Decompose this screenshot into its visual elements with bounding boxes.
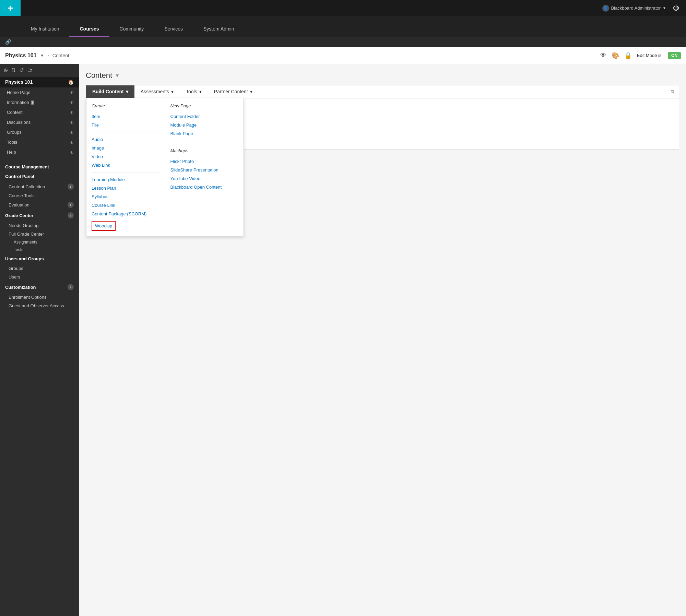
course-bar-right: 👁 🎨 🔒 Edit Mode is: ON	[600, 52, 681, 59]
sidebar-item-label: Needs Grading	[9, 223, 38, 228]
sidebar-control-panel-label: Control Panel	[5, 174, 34, 179]
dropdown-item-content-package[interactable]: Content Package (SCORM)	[92, 210, 160, 218]
sidebar-add-button[interactable]: ⊕	[3, 67, 8, 73]
link-icon-bar: 🔗	[0, 37, 686, 47]
sidebar-control-panel-header[interactable]: Control Panel	[0, 171, 79, 182]
course-bar: Physics 101 ▼ › Content 👁 🎨 🔒 Edit Mode …	[0, 47, 686, 64]
palette-icon[interactable]: 🎨	[612, 52, 619, 59]
sidebar-item-help[interactable]: Help ◐	[0, 147, 79, 157]
dropdown-item-lesson-plan[interactable]: Lesson Plan	[92, 184, 160, 192]
dropdown-item-content-folder[interactable]: Content Folder	[170, 112, 239, 121]
build-content-button[interactable]: Build Content ▾	[86, 85, 134, 98]
edit-mode-label: Edit Mode is:	[637, 53, 663, 58]
assessments-arrow-icon: ▾	[171, 89, 174, 94]
sidebar-item-label: Full Grade Center	[9, 232, 44, 237]
dropdown-mashups-header: Mashups	[170, 148, 239, 154]
sort-button[interactable]: ⇅	[666, 85, 679, 98]
dropdown-item-audio[interactable]: Audio	[92, 135, 160, 144]
sidebar-item-chevron: ◐	[70, 110, 74, 115]
tools-button[interactable]: Tools ▾	[180, 85, 208, 98]
sidebar-item-groups[interactable]: Groups ◐	[0, 127, 79, 137]
nav-community[interactable]: Community	[109, 26, 154, 37]
nav-services[interactable]: Services	[154, 26, 193, 37]
sidebar-item-tests[interactable]: Tests	[0, 246, 79, 253]
nav-my-institution[interactable]: My Institution	[21, 26, 69, 37]
dropdown-divider	[92, 132, 160, 132]
build-content-label: Build Content	[92, 89, 124, 94]
sidebar-home-icon: 🏠	[68, 79, 74, 85]
course-dropdown-button[interactable]: ▼	[40, 53, 44, 58]
sidebar-item-course-tools[interactable]: Course Tools	[0, 191, 79, 200]
sidebar-item-guest-observer[interactable]: Guest and Observer Access	[0, 301, 79, 310]
sidebar-item-chevron: ◐	[70, 120, 74, 125]
dropdown-item-video[interactable]: Video	[92, 152, 160, 161]
content-title-row: Content ▼	[86, 71, 679, 80]
dropdown-item-item[interactable]: Item	[92, 112, 160, 121]
partner-content-arrow-icon: ▾	[250, 89, 252, 94]
dropdown-new-page-header: New Page	[170, 103, 239, 109]
dropdown-item-youtube-video[interactable]: YouTube Video	[170, 174, 239, 183]
sidebar-item-content-collection[interactable]: Content Collection ›	[0, 182, 79, 191]
sidebar-customization-header[interactable]: Customization ›	[0, 281, 79, 293]
sidebar-item-tools[interactable]: Tools ◐	[0, 137, 79, 147]
content-title-chevron-icon[interactable]: ▼	[115, 73, 120, 78]
assessments-button[interactable]: Assessments ▾	[134, 85, 180, 98]
dropdown-item-wooclap[interactable]: Wooclap	[92, 221, 116, 231]
sidebar-item-information[interactable]: Information i ◐	[0, 97, 79, 107]
user-name: Blackboard Administrator	[611, 5, 661, 11]
dropdown-item-flickr-photo[interactable]: Flickr Photo	[170, 157, 239, 166]
user-dropdown-arrow-icon[interactable]: ▼	[663, 6, 666, 10]
sidebar-item-label: Information	[7, 100, 29, 105]
dropdown-item-web-link[interactable]: Web Link	[92, 161, 160, 169]
sidebar-course-title: Physics 101	[5, 79, 33, 85]
sidebar-item-content[interactable]: Content ◐	[0, 107, 79, 117]
eye-icon[interactable]: 👁	[600, 52, 606, 59]
dropdown-item-learning-module[interactable]: Learning Module	[92, 175, 160, 184]
sidebar-item-needs-grading[interactable]: Needs Grading	[0, 221, 79, 230]
sidebar-users-groups-header[interactable]: Users and Groups	[0, 253, 79, 264]
sidebar-item-assignments[interactable]: Assignments	[0, 238, 79, 246]
sidebar-item-users[interactable]: Users	[0, 273, 79, 281]
dropdown-item-module-page[interactable]: Module Page	[170, 121, 239, 129]
sidebar-grade-center-header[interactable]: Grade Center ›	[0, 210, 79, 221]
sidebar-item-homepage[interactable]: Home Page ◐	[0, 87, 79, 97]
sidebar-sort-button[interactable]: ⇅	[11, 67, 16, 73]
dropdown-item-blank-page[interactable]: Blank Page	[170, 129, 239, 138]
sidebar-customization-label: Customization	[5, 285, 36, 290]
sidebar-refresh-button[interactable]: ↺	[19, 67, 24, 73]
sidebar: ⊕ ⇅ ↺ 🗂 Physics 101 🏠 Home Page ◐ Inform…	[0, 64, 79, 616]
nav-system-admin[interactable]: System Admin	[193, 26, 244, 37]
power-icon[interactable]: ⏻	[673, 4, 679, 12]
sidebar-controls: ⊕ ⇅ ↺ 🗂	[0, 64, 79, 76]
nav-courses[interactable]: Courses	[69, 26, 109, 37]
sidebar-item-enrollment-options[interactable]: Enrollment Options	[0, 293, 79, 301]
logo[interactable]: +	[0, 0, 21, 16]
dropdown-item-image[interactable]: Image	[92, 144, 160, 152]
course-title: Physics 101	[5, 52, 37, 59]
sidebar-folder-button[interactable]: 🗂	[27, 67, 33, 73]
dropdown-item-course-link[interactable]: Course Link	[92, 201, 160, 210]
sidebar-item-chevron: ◐	[70, 150, 74, 154]
build-content-dropdown: Create Item File Audio Image Video Web L…	[86, 98, 244, 236]
dropdown-item-bb-open-content[interactable]: Blackboard Open Content	[170, 183, 239, 191]
content-area: Content ▼ Build Content ▾ Assessments ▾ …	[79, 64, 686, 616]
sidebar-item-label: Assignments	[14, 240, 37, 245]
dropdown-create-header: Create	[92, 103, 160, 109]
partner-content-button[interactable]: Partner Content ▾	[208, 85, 259, 98]
sidebar-item-groups[interactable]: Groups	[0, 264, 79, 273]
arrow-right-icon: ›	[68, 212, 74, 218]
dropdown-item-slideshare[interactable]: SlideShare Presentation	[170, 166, 239, 174]
dropdown-new-page-col: New Page Content Folder Module Page Blan…	[165, 103, 244, 231]
dropdown-create-col: Create Item File Audio Image Video Web L…	[86, 103, 165, 231]
sidebar-item-evaluation[interactable]: Evaluation ›	[0, 200, 79, 210]
lock-icon[interactable]: 🔒	[624, 52, 632, 59]
sidebar-item-label: Tests	[14, 247, 23, 252]
info-badge: i	[31, 100, 34, 105]
edit-mode-toggle[interactable]: ON	[668, 52, 681, 59]
sidebar-item-full-grade-center[interactable]: Full Grade Center	[0, 230, 79, 238]
dropdown-item-syllabus[interactable]: Syllabus	[92, 192, 160, 201]
link-icon[interactable]: 🔗	[5, 39, 11, 45]
sidebar-item-discussions[interactable]: Discussions ◐	[0, 117, 79, 127]
dropdown-item-file[interactable]: File	[92, 121, 160, 129]
sidebar-item-label: Enrollment Options	[9, 295, 47, 300]
